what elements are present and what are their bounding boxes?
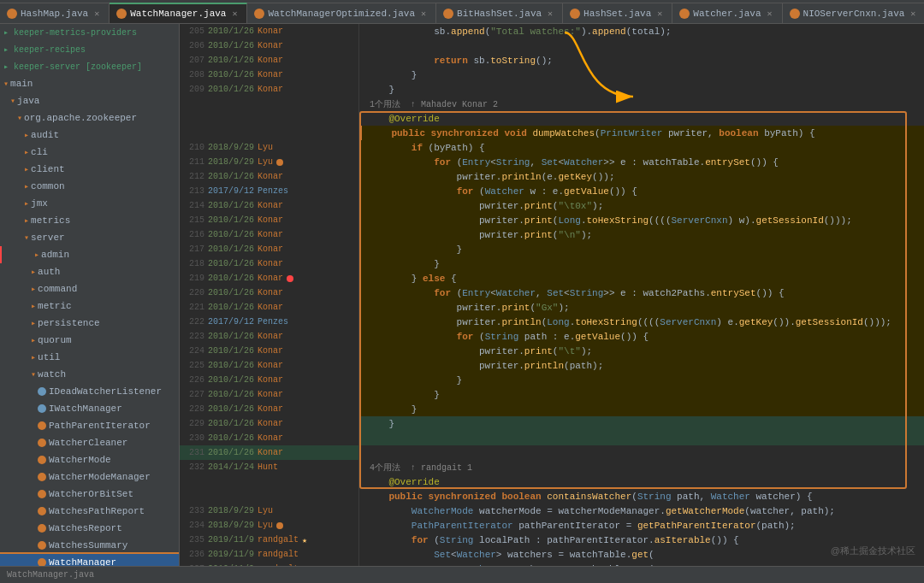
code-line-213: pwriter.println(e.getKey()); [359, 169, 924, 184]
sidebar-item-watcherorbitset[interactable]: WatcherOrBitSet [0, 486, 179, 503]
sidebar-item-metrics-providers[interactable]: ▸ keeper-metrics-providers [0, 24, 179, 41]
blame-row-210: 210 2018/9/29 Lyu [180, 140, 358, 155]
sidebar-item-watchesreport[interactable]: WatchesReport [0, 520, 179, 537]
folder-icon-quorum: ▸ [31, 335, 36, 345]
blame-row-236: 236 2019/11/9 randgalt [180, 547, 358, 562]
tab-label-watcher: Watcher.java [693, 9, 761, 19]
tab-nioservercnxn[interactable]: NIOServerCnxn.java ✕ [783, 3, 924, 23]
sidebar-item-watchermodemanager[interactable]: WatcherModeManager [0, 468, 179, 486]
sidebar-item-pathparentiterator[interactable]: PathParentIterator [0, 417, 179, 434]
code-line-219: } [359, 256, 924, 271]
blame-row-228: 228 2010/1/26 Konar [180, 402, 358, 416]
code-line-206 [359, 38, 924, 53]
tab-label-hashset: HashSet.java [583, 9, 651, 19]
sidebar-item-iwatchmanager[interactable]: IWatchManager [0, 400, 179, 417]
folder-icon-audit: ▸ [24, 130, 29, 140]
bottom-bar: WatchManager.java [0, 566, 924, 583]
tab-label-bithashset: BitHashSet.java [457, 9, 542, 19]
blame-row-226: 226 2010/1/26 Konar [180, 373, 358, 387]
file-icon-iwatchmanager [38, 404, 46, 413]
sidebar-item-audit[interactable]: ▸ audit [0, 127, 179, 144]
sidebar-item-java[interactable]: ▾ java [0, 92, 179, 109]
code-content: sb.append("Total watches:").append(total… [359, 24, 924, 566]
blame-row-223: 223 2010/1/26 Konar [180, 329, 358, 344]
blame-row-224: 224 2010/1/26 Konar [180, 344, 358, 358]
blame-row-219: 219 2010/1/26 Konar [180, 271, 358, 286]
tab-close-watchmanager[interactable]: ✕ [229, 9, 240, 19]
editor-area: 205 2010/1/26 Konar 206 2010/1/26 Konar … [180, 24, 924, 566]
tab-close-bithashset[interactable]: ✕ [545, 9, 555, 19]
code-line-205: sb.append("Total watches:").append(total… [359, 24, 924, 38]
file-icon-pathparentiterator [38, 421, 46, 430]
tab-close-hashmap[interactable]: ✕ [92, 9, 102, 19]
blame-row-211: 211 2018/9/29 Lyu [180, 155, 358, 169]
tab-label-watchmanageropt: WatchManagerOptimized.java [268, 9, 415, 19]
tab-watchmanageropt[interactable]: WatchManagerOptimized.java ✕ [247, 3, 436, 23]
sidebar-item-metric[interactable]: ▸ metric [0, 297, 179, 315]
usage-hint-1: 1个用法 ↑ Mahadev Konar 2 [359, 97, 924, 111]
folder-icon-command: ▸ [31, 284, 36, 294]
sidebar-item-ideadwatcherlistener[interactable]: IDeadWatcherListener [0, 383, 179, 400]
file-icon-watchercleaner [38, 439, 46, 447]
tab-close-watcher[interactable]: ✕ [765, 9, 775, 19]
blame-row-218: 218 2010/1/26 Konar [180, 256, 358, 271]
folder-icon-metrics: ▸ [24, 215, 29, 226]
sidebar-item-keeper-server[interactable]: ▸ keeper-server [zookeeper] [0, 58, 179, 75]
tab-bithashset[interactable]: BitHashSet.java ✕ [436, 3, 563, 23]
sidebar-item-watchermode[interactable]: WatcherMode [0, 451, 179, 468]
code-line-225: pwriter.print("\t"); [359, 344, 924, 358]
sidebar-item-watch[interactable]: ▾ watch [0, 366, 179, 383]
tab-hashmap[interactable]: HashMap.java ✕ [0, 3, 110, 23]
dot-219 [287, 275, 293, 282]
folder-icon-jmx: ▸ [24, 198, 29, 209]
tab-watcher[interactable]: Watcher.java ✕ [672, 3, 782, 23]
sidebar-item-util[interactable]: ▸ util [0, 349, 179, 366]
sidebar-item-org[interactable]: ▾ org.apache.zookeeper [0, 109, 179, 127]
sidebar-item-watchercleaner[interactable]: WatcherCleaner [0, 434, 179, 451]
blame-row-222: 222 2017/9/12 Penzes [180, 315, 358, 329]
sidebar-item-watchessummary[interactable]: WatchesSummary [0, 537, 179, 554]
blame-row-235: 235 2019/11/9 randgalt ★ [180, 533, 358, 547]
sidebar-item-quorum[interactable]: ▸ quorum [0, 332, 179, 349]
dot-234 [276, 522, 283, 529]
code-panel[interactable]: sb.append("Total watches:").append(total… [359, 24, 924, 566]
blame-row-212: 212 2010/1/26 Konar [180, 169, 358, 184]
sidebar-item-server[interactable]: ▾ server [0, 229, 179, 246]
usage-hint-2: 4个用法 ↑ randgait 1 [359, 460, 924, 474]
tab-icon-watcher [679, 9, 690, 19]
sidebar-item-auth[interactable]: ▸ auth [0, 263, 179, 280]
sidebar-item-cli[interactable]: ▸ cli [0, 144, 179, 161]
folder-icon-util: ▸ [31, 352, 36, 362]
sidebar-item-recipes[interactable]: ▸ keeper-recipes [0, 41, 179, 58]
tab-close-hashset[interactable]: ✕ [654, 9, 665, 19]
blame-row-230: 230 2010/1/26 Konar [180, 431, 358, 445]
tab-hashset[interactable]: HashSet.java ✕ [563, 3, 672, 23]
sidebar-item-metrics[interactable]: ▸ metrics [0, 212, 179, 229]
sidebar-item-client[interactable]: ▸ client [0, 161, 179, 178]
sidebar-item-main[interactable]: ▾ main [0, 75, 179, 92]
code-line-218: } [359, 242, 924, 256]
blame-row-207: 207 2010/1/26 Konar [180, 53, 358, 68]
folder-icon-client: ▸ [24, 164, 29, 174]
sidebar-item-admin[interactable]: ▸ admin [0, 246, 179, 263]
code-line-211: if (byPath) { [359, 140, 924, 155]
sidebar-item-command[interactable]: ▸ command [0, 280, 179, 297]
sidebar-item-common[interactable]: ▸ common [0, 178, 179, 195]
tab-watchmanager[interactable]: WatchManager.java ✕ [110, 3, 247, 23]
tab-close-watchmanageropt[interactable]: ✕ [418, 9, 429, 19]
folder-icon-main: ▾ [3, 79, 9, 89]
code-line-210: public synchronized void dumpWatches(Pri… [359, 126, 924, 140]
code-line-215: pwriter.print("\t0x"); [359, 198, 924, 213]
blame-spacer2 [180, 489, 358, 504]
code-line-223: pwriter.println(Long.toHexString((((Serv… [359, 315, 924, 329]
sidebar-item-watchespathreport[interactable]: WatchesPathReport [0, 503, 179, 520]
code-line-221: for (Entry<Watcher, Set<String>> e : wat… [359, 286, 924, 300]
folder-icon-metric: ▸ [31, 301, 36, 311]
sidebar-item-jmx[interactable]: ▸ jmx [0, 195, 179, 212]
code-line-235: PathParentIterator pathParentIterator = … [359, 518, 924, 533]
sidebar-item-persistence[interactable]: ▸ persistence [0, 315, 179, 332]
code-line-234: WatcherMode watcherMode = watcherModeMan… [359, 504, 924, 518]
tab-close-nioservercnxn[interactable]: ✕ [908, 9, 918, 19]
blame-row-227: 227 2010/1/26 Konar [180, 387, 358, 402]
sidebar-item-watchmanager-file[interactable]: WatchManager [0, 554, 179, 566]
